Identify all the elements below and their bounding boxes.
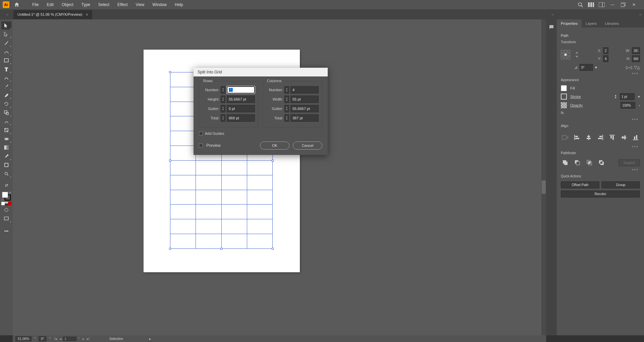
stroke-swatch[interactable] xyxy=(561,94,567,100)
edit-toolbar[interactable]: ••• xyxy=(1,227,11,235)
align-right-icon[interactable] xyxy=(596,133,604,142)
stroke-profile[interactable]: ▾ xyxy=(638,95,640,99)
align-to-dropdown[interactable] xyxy=(561,133,569,142)
cols-number-input[interactable] xyxy=(290,86,319,94)
add-guides-checkbox[interactable] xyxy=(199,131,203,135)
rotate-dropdown[interactable]: ˅ xyxy=(49,337,51,341)
angle-dropdown[interactable]: ▾ xyxy=(595,65,597,70)
cols-total-stepper[interactable]: ▲▼ xyxy=(284,114,289,122)
zoom-dropdown[interactable]: ˅ xyxy=(34,337,36,341)
menu-type[interactable]: Type xyxy=(78,1,94,8)
stroke-input[interactable] xyxy=(620,93,635,100)
cancel-button[interactable]: Cancel xyxy=(293,141,322,150)
zoom-tool[interactable] xyxy=(1,170,11,178)
rows-gutter-input[interactable] xyxy=(227,105,255,112)
transform-more[interactable]: ••• xyxy=(561,71,640,76)
selection-tool[interactable] xyxy=(1,21,11,30)
rows-number-input[interactable] xyxy=(227,86,255,94)
align-top-icon[interactable] xyxy=(608,133,616,142)
menu-effect[interactable]: Effect xyxy=(114,1,131,8)
cols-width-stepper[interactable]: ▲▼ xyxy=(284,96,289,103)
document-tab[interactable]: Untitled-1* @ 51.06 % (CMYK/Preview) × xyxy=(13,10,92,19)
rows-gutter-stepper[interactable]: ▲▼ xyxy=(221,105,225,112)
artboard-tool[interactable] xyxy=(1,161,11,169)
menu-edit[interactable]: Edit xyxy=(43,1,57,8)
artboard-nav[interactable]: I◂◂1˅▸▸I xyxy=(53,337,91,341)
shape-builder-tool[interactable] xyxy=(1,135,11,143)
comments-icon[interactable] xyxy=(547,23,556,32)
paintbrush-tool[interactable] xyxy=(1,82,11,91)
pathfinder-exclude-icon[interactable] xyxy=(597,158,606,167)
vertical-scrollbar[interactable] xyxy=(541,19,546,335)
rotate-tool[interactable] xyxy=(1,100,11,108)
pathfinder-minus-icon[interactable] xyxy=(573,158,582,167)
rectangle-tool[interactable] xyxy=(1,56,11,64)
cols-width-input[interactable] xyxy=(290,96,319,103)
minimize-icon[interactable]: — xyxy=(609,1,616,8)
workspace-icon[interactable] xyxy=(598,1,605,8)
cols-number-stepper[interactable]: ▲▼ xyxy=(284,86,289,94)
align-left-icon[interactable] xyxy=(573,133,581,142)
panel-handle[interactable]: •• xyxy=(551,13,553,16)
align-bottom-icon[interactable] xyxy=(632,133,640,142)
align-vcenter-icon[interactable] xyxy=(620,133,628,142)
curvature-tool[interactable] xyxy=(1,48,11,56)
offset-path-button[interactable]: Offset Path xyxy=(561,181,599,188)
pathfinder-intersect-icon[interactable] xyxy=(585,158,594,167)
rows-number-stepper[interactable]: ▲▼ xyxy=(221,86,225,94)
fill-swatch[interactable] xyxy=(561,85,567,91)
reference-point[interactable] xyxy=(561,50,570,59)
appearance-more[interactable]: ••• xyxy=(561,117,640,122)
flip-h-icon[interactable]: ▷◁ xyxy=(626,65,632,70)
align-more[interactable]: ••• xyxy=(561,144,640,149)
angle-input[interactable] xyxy=(580,64,593,71)
cols-total-input[interactable] xyxy=(290,114,319,122)
rows-height-input[interactable] xyxy=(227,96,255,103)
line-tool[interactable] xyxy=(1,74,11,82)
fx-button[interactable]: fx. xyxy=(561,111,565,115)
eraser-tool[interactable] xyxy=(1,91,11,99)
h-input[interactable] xyxy=(632,55,640,62)
screen-mode[interactable] xyxy=(1,215,11,223)
ok-button[interactable]: OK xyxy=(260,141,289,150)
pathfinder-unite-icon[interactable] xyxy=(561,158,570,167)
eyedropper-tool[interactable] xyxy=(1,152,11,160)
scale-tool[interactable] xyxy=(1,109,11,117)
align-hcenter-icon[interactable] xyxy=(584,133,593,142)
expand-button[interactable]: Expand xyxy=(619,159,640,166)
menu-object[interactable]: Object xyxy=(58,1,77,8)
gradient-tool[interactable] xyxy=(1,144,11,152)
menu-window[interactable]: Window xyxy=(149,1,170,8)
fill-stroke-control[interactable]: ↺ ◻ xyxy=(1,191,11,201)
tab-properties[interactable]: Properties xyxy=(557,19,582,27)
opacity-input[interactable] xyxy=(621,102,635,109)
type-tool[interactable] xyxy=(1,65,11,73)
cols-gutter-stepper[interactable]: ▲▼ xyxy=(284,105,289,112)
tab-layers[interactable]: Layers xyxy=(582,19,601,27)
link-wh-icon[interactable] xyxy=(574,51,580,58)
search-icon[interactable] xyxy=(577,1,584,8)
pathfinder-more[interactable]: ••• xyxy=(561,167,640,172)
width-tool[interactable] xyxy=(1,117,11,125)
menu-select[interactable]: Select xyxy=(95,1,113,8)
restore-icon[interactable] xyxy=(620,1,627,8)
x-input[interactable] xyxy=(603,47,608,54)
canvas[interactable] xyxy=(13,19,546,335)
menu-file[interactable]: File xyxy=(29,1,42,8)
y-input[interactable] xyxy=(603,55,608,62)
color-mode-strip[interactable] xyxy=(1,202,11,205)
close-tab-icon[interactable]: × xyxy=(86,12,88,17)
tab-libraries[interactable]: Libraries xyxy=(601,19,623,27)
opacity-label[interactable]: Opacity xyxy=(570,103,583,107)
rows-total-input[interactable] xyxy=(227,114,255,122)
menu-help[interactable]: Help xyxy=(171,1,186,8)
recolor-button[interactable]: Recolor xyxy=(561,190,640,197)
arrange-icon[interactable] xyxy=(588,1,594,8)
group-button[interactable]: Group xyxy=(601,181,640,188)
opacity-more[interactable]: › xyxy=(639,103,640,107)
home-icon[interactable] xyxy=(12,0,21,9)
zoom-field[interactable]: 51.06% xyxy=(15,336,32,341)
close-icon[interactable]: ✕ xyxy=(631,1,637,8)
toolbox-handle[interactable]: •• xyxy=(1,13,13,16)
mode-swap[interactable]: ⇄ xyxy=(1,181,11,189)
